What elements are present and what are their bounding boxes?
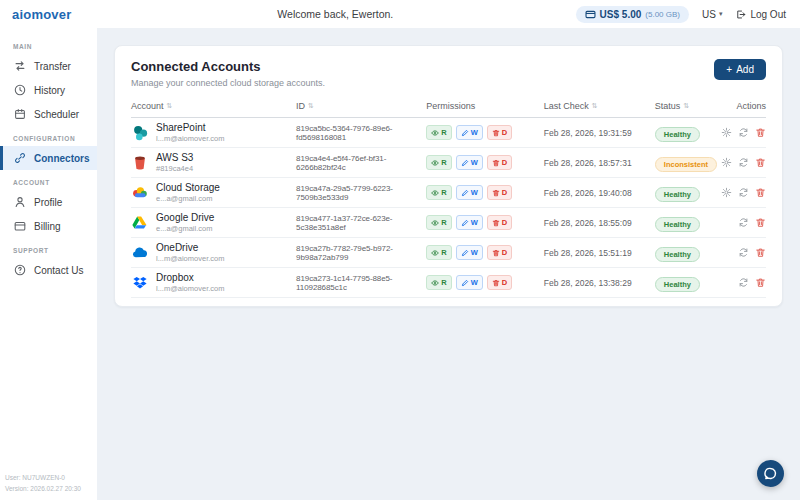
permission-read-badge: R	[426, 155, 451, 170]
status-badge: Healthy	[655, 127, 700, 142]
permission-label: D	[502, 248, 507, 257]
sidebar-item-transfer[interactable]: Transfer	[0, 54, 97, 78]
refresh-button[interactable]	[738, 217, 749, 228]
account-cell: OneDrivel...m@aiomover.com	[131, 242, 296, 263]
permissions-cell: RWD	[426, 155, 543, 170]
status-cell: Healthy	[655, 183, 725, 202]
refresh-button[interactable]	[738, 277, 749, 288]
account-subtext: l...m@aiomover.com	[156, 284, 224, 293]
balance-amount: US$ 5.00	[600, 9, 642, 20]
column-header-label: Permissions	[426, 101, 475, 111]
accounts-table: Account⇅ID⇅PermissionsLast Check⇅Status⇅…	[131, 94, 766, 298]
status-badge: Healthy	[655, 187, 700, 202]
refresh-icon	[738, 217, 749, 228]
pencil-icon	[461, 159, 469, 167]
balance-quota: (5.00 GB)	[645, 10, 680, 19]
column-header-label: Account	[131, 101, 164, 111]
credit-card-icon	[585, 9, 596, 20]
permission-label: R	[441, 188, 446, 197]
column-header-label: Last Check	[544, 101, 589, 111]
account-name: AWS S3	[156, 152, 193, 163]
actions-cell	[725, 157, 766, 168]
connectors-icon	[13, 151, 27, 165]
permission-label: D	[502, 128, 507, 137]
account-id: 819ca47a-29a5-7799-6223-7509b3e533d9	[296, 184, 426, 202]
sort-icon: ⇅	[683, 102, 689, 110]
account-id: 819ca27b-7782-79e5-b972-9b98a72ab799	[296, 244, 426, 262]
sidebar-section-label: MAIN	[0, 34, 97, 54]
status-cell: Healthy	[655, 273, 725, 292]
chat-launcher-button[interactable]	[757, 460, 784, 487]
account-name: Cloud Storage	[156, 182, 220, 193]
account-text: Google Drivee...a@gmail.com	[156, 212, 214, 233]
language-selector[interactable]: US ▾	[702, 9, 722, 20]
chat-bubble-icon	[763, 466, 778, 481]
sidebar-item-scheduler[interactable]: Scheduler	[0, 102, 97, 126]
account-cell: Cloud Storagee...a@gmail.com	[131, 182, 296, 203]
sort-icon: ⇅	[167, 102, 173, 110]
actions-cell	[725, 187, 766, 198]
permissions-cell: RWD	[426, 215, 543, 230]
delete-button[interactable]	[755, 187, 766, 198]
permission-read-badge: R	[426, 215, 451, 230]
refresh-button[interactable]	[738, 187, 749, 198]
status-cell: Inconsistent	[655, 153, 725, 172]
profile-icon	[13, 195, 27, 209]
column-header-id[interactable]: ID⇅	[296, 101, 426, 111]
logout-icon	[735, 9, 746, 20]
trash-icon	[492, 159, 500, 167]
logout-button[interactable]: Log Out	[735, 9, 786, 20]
welcome-text: Welcome back, Ewerton.	[95, 8, 576, 20]
delete-button[interactable]	[755, 217, 766, 228]
aws-s3-icon	[131, 154, 149, 172]
settings-button[interactable]	[721, 187, 732, 198]
status-cell: Healthy	[655, 213, 725, 232]
permission-label: W	[471, 188, 478, 197]
sidebar-item-profile[interactable]: Profile	[0, 190, 97, 214]
sidebar-item-history[interactable]: History	[0, 78, 97, 102]
delete-icon	[755, 127, 766, 138]
permission-label: R	[441, 218, 446, 227]
column-header-actions: Actions	[725, 101, 766, 111]
permission-label: W	[471, 278, 478, 287]
permission-label: D	[502, 188, 507, 197]
table-row: SharePointl...m@aiomover.com819ca5bc-536…	[131, 118, 766, 148]
status-badge: Healthy	[655, 217, 700, 232]
user-id-text: User: NU7UWZEN-0	[5, 473, 92, 483]
delete-button[interactable]	[755, 247, 766, 258]
delete-button[interactable]	[755, 127, 766, 138]
settings-button[interactable]	[721, 157, 732, 168]
balance-badge[interactable]: US$ 5.00 (5.00 GB)	[576, 6, 689, 23]
column-header-status[interactable]: Status⇅	[655, 101, 725, 111]
account-name: SharePoint	[156, 122, 224, 133]
permission-write-badge: W	[456, 185, 483, 200]
sidebar-footer: User: NU7UWZEN-0 Version: 2026.02.27 20:…	[0, 467, 97, 500]
account-cell: Google Drivee...a@gmail.com	[131, 212, 296, 233]
refresh-button[interactable]	[738, 157, 749, 168]
logout-label: Log Out	[750, 9, 786, 20]
add-button[interactable]: + Add	[714, 59, 766, 80]
settings-icon	[721, 127, 732, 138]
permission-delete-badge: D	[487, 215, 512, 230]
transfer-icon	[13, 59, 27, 73]
delete-button[interactable]	[755, 157, 766, 168]
last-check-value: Feb 28, 2026, 18:55:09	[544, 218, 655, 228]
refresh-icon	[738, 247, 749, 258]
sidebar-item-billing[interactable]: Billing	[0, 214, 97, 238]
pencil-icon	[461, 129, 469, 137]
eye-icon	[431, 159, 439, 167]
sort-icon: ⇅	[308, 102, 314, 110]
permission-label: R	[441, 128, 446, 137]
column-header-check[interactable]: Last Check⇅	[544, 101, 655, 111]
refresh-button[interactable]	[738, 127, 749, 138]
delete-button[interactable]	[755, 277, 766, 288]
settings-button[interactable]	[721, 127, 732, 138]
sidebar-item-contact-us[interactable]: Contact Us	[0, 258, 97, 282]
column-header-account[interactable]: Account⇅	[131, 101, 296, 111]
account-cell: SharePointl...m@aiomover.com	[131, 122, 296, 143]
permission-write-badge: W	[456, 125, 483, 140]
delete-icon	[755, 277, 766, 288]
refresh-button[interactable]	[738, 247, 749, 258]
permission-label: D	[502, 218, 507, 227]
sidebar-item-connectors[interactable]: Connectors	[0, 146, 97, 170]
